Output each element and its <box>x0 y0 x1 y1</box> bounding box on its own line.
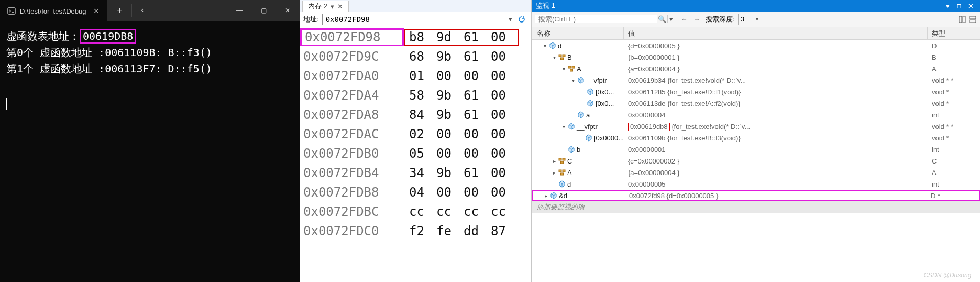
byte: 00 <box>464 146 491 161</box>
tab-close-icon[interactable]: ✕ <box>93 7 100 15</box>
cube-icon <box>548 41 557 50</box>
vtable-address: 00619DB8 <box>80 29 136 44</box>
byte: 01 <box>409 69 436 83</box>
close-button[interactable]: ✕ <box>276 0 300 21</box>
memory-address: 0x0072FDA4 <box>300 88 404 103</box>
watch-value-cell: {a=0x00000004 } <box>624 169 928 177</box>
watch-value-cell: 0x00611285 {for_test.exe!D::f1(void)} <box>624 88 928 96</box>
byte: 00 <box>491 88 518 103</box>
watch-value-cell: 0x006113de {for_test.exe!A::f2(void)} <box>624 100 928 107</box>
memory-row: 0x0072FDBCcccccccc <box>300 202 531 221</box>
memory-address: 0x0072FDA0 <box>300 69 404 83</box>
watch-value-cell: {c=0x00000002 } <box>624 157 928 165</box>
pin-icon[interactable]: ⊓ <box>954 1 964 10</box>
watch-name-cell: ▾__vfptr <box>532 122 624 131</box>
svg-rect-5 <box>559 55 561 57</box>
watch-type-cell: D * <box>927 192 979 200</box>
cube-icon <box>586 88 594 96</box>
toolbar-button[interactable] <box>968 15 977 24</box>
watch-row[interactable]: a0x00000004int <box>532 109 980 121</box>
byte: 00 <box>436 146 464 161</box>
column-type[interactable]: 类型 <box>928 27 980 39</box>
memory-row: 0x0072FDB4349b6100 <box>300 163 531 182</box>
expand-toggle[interactable]: ▾ <box>560 66 567 72</box>
memory-tab[interactable]: 内存 2 ▾ ✕ <box>302 1 349 12</box>
byte: 58 <box>409 88 436 103</box>
watch-row[interactable]: b0x00000001int <box>532 144 980 155</box>
text: : B::f3() <box>156 46 212 59</box>
search-icon[interactable]: 🔍 <box>657 15 667 23</box>
expand-toggle[interactable]: ▸ <box>550 170 558 176</box>
search-input[interactable] <box>535 15 657 23</box>
minimize-button[interactable]: — <box>227 0 251 21</box>
variable-name: b <box>577 146 580 154</box>
watch-row[interactable]: d0x00000005int <box>532 178 980 190</box>
tab-dropdown-icon[interactable]: ⌄ <box>134 0 155 23</box>
next-result-button[interactable]: → <box>691 15 702 23</box>
byte: 61 <box>464 166 491 180</box>
column-name[interactable]: 名称 <box>532 27 624 39</box>
expand-toggle[interactable]: ▸ <box>542 193 549 199</box>
byte: cc <box>409 204 436 219</box>
watch-row[interactable]: [0x0000...0x0061109b {for_test.exe!B::f3… <box>532 132 980 144</box>
dropdown-icon[interactable]: ▾ <box>509 15 512 23</box>
address-input[interactable] <box>322 14 505 25</box>
svg-rect-8 <box>568 66 571 68</box>
close-icon[interactable]: ✕ <box>337 3 343 10</box>
window-dropdown-icon[interactable]: ▾ <box>942 1 953 10</box>
watch-row[interactable]: ▾B{b=0x00000001 }B <box>532 51 980 63</box>
byte: 9b <box>436 166 464 180</box>
text: 虚函数表地址： <box>6 30 80 42</box>
svg-rect-6 <box>563 55 565 57</box>
watch-value-cell: 0x0061109b {for_test.exe!B::f3(void)} <box>624 134 928 142</box>
watch-value-cell: {a=0x00000004 } <box>624 65 928 73</box>
watch-name-cell: [0x0... <box>532 99 624 107</box>
console-tab[interactable]: D:\test\for_test\Debug ✕ <box>0 0 107 21</box>
prev-result-button[interactable]: ← <box>678 15 690 23</box>
refresh-button[interactable] <box>515 13 528 26</box>
expand-toggle[interactable]: ▾ <box>550 55 558 60</box>
byte: fe <box>436 224 464 238</box>
close-icon[interactable]: ✕ <box>965 1 976 10</box>
watch-row[interactable]: ▾__vfptr0x00619db8 {for_test.exe!void(* … <box>532 121 980 132</box>
watch-row[interactable]: ▾A{a=0x00000004 }A <box>532 63 980 74</box>
column-value[interactable]: 值 <box>624 27 928 39</box>
text: 0061109B <box>105 46 155 59</box>
watch-name-cell: d <box>532 180 624 188</box>
watch-panel: 监视 1 ▾ ⊓ ✕ 🔍 ▾ ← → 搜索深度: 3 ▾ 名称 值 类型 ▾d{… <box>531 0 980 282</box>
search-nav: ← → <box>678 15 702 23</box>
text: 第1个 虚函数地址 : <box>6 62 105 75</box>
expand-toggle[interactable]: ▸ <box>550 158 558 164</box>
memory-bytes: b89d6100 <box>404 29 519 46</box>
watch-row[interactable]: ▾__vfptr0x00619b34 {for_test.exe!void(* … <box>532 74 980 86</box>
svg-rect-2 <box>963 16 965 23</box>
watch-value-cell: {b=0x00000001 } <box>624 53 928 61</box>
expand-toggle[interactable]: ▾ <box>569 78 577 83</box>
watch-row[interactable]: ▸&d0x0072fd98 {d=0x00000005 }D * <box>532 190 980 201</box>
byte: 9b <box>436 88 464 103</box>
console-panel: D:\test\for_test\Debug ✕ + ⌄ — ▢ ✕ 虚函数表地… <box>0 0 300 282</box>
search-dropdown-icon[interactable]: ▾ <box>667 15 675 23</box>
toolbar-button[interactable] <box>958 15 966 24</box>
watch-type-cell: A <box>928 169 980 177</box>
watch-row[interactable]: ▸A{a=0x00000004 }A <box>532 167 980 178</box>
watch-row[interactable]: ▾d{d=0x00000005 }D <box>532 40 980 51</box>
expand-toggle[interactable]: ▾ <box>541 43 548 49</box>
memory-row: 0x0072FDC0f2fedd87 <box>300 221 531 241</box>
watch-toolbar: 🔍 ▾ ← → 搜索深度: 3 ▾ <box>532 12 980 27</box>
add-watch-row[interactable]: 添加要监视的项 <box>532 201 980 213</box>
watch-row[interactable]: ▸C{c=0x00000002 }C <box>532 155 980 167</box>
svg-rect-1 <box>959 16 962 23</box>
watch-row[interactable]: [0x0...0x006113de {for_test.exe!A::f2(vo… <box>532 97 980 109</box>
maximize-button[interactable]: ▢ <box>251 0 276 21</box>
depth-selector[interactable]: 3 ▾ <box>738 14 761 25</box>
watch-type-cell: int <box>928 146 980 154</box>
svg-rect-16 <box>561 173 564 175</box>
new-tab-button[interactable]: + <box>107 0 131 21</box>
watch-value-cell: 0x00000001 <box>624 146 928 154</box>
watch-type-cell: int <box>928 180 980 188</box>
expand-toggle[interactable]: ▾ <box>560 124 567 129</box>
depth-value: 3 <box>741 15 744 23</box>
pin-icon[interactable]: ▾ <box>331 3 334 10</box>
watch-row[interactable]: [0x0...0x00611285 {for_test.exe!D::f1(vo… <box>532 86 980 97</box>
